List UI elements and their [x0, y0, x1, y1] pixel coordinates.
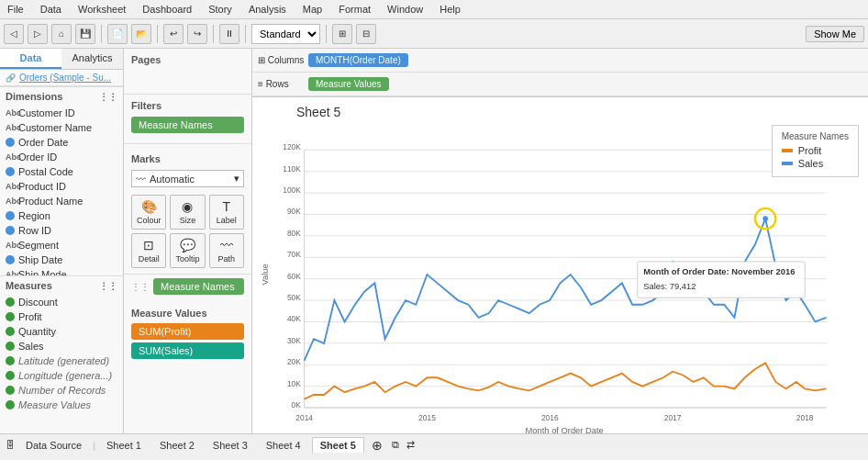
field-latitude[interactable]: Latitude (generated)	[0, 353, 123, 368]
field-measure-values[interactable]: Measure Values	[0, 398, 123, 412]
colour-icon: 🎨	[141, 199, 157, 214]
toolbar-undo[interactable]: ↩	[163, 24, 184, 44]
statusbar-sheet4[interactable]: Sheet 4	[259, 438, 308, 453]
rows-pill[interactable]: Measure Values	[308, 77, 389, 91]
main-container: Data Analytics 🔗 Orders (Sample - Su... …	[0, 49, 868, 433]
svg-text:2016: 2016	[541, 413, 559, 422]
svg-text:2018: 2018	[796, 413, 814, 422]
toolbar-back[interactable]: ◁	[4, 24, 24, 44]
dimensions-list: Abc Customer ID Abc Customer Name Order …	[0, 106, 123, 275]
svg-text:50K: 50K	[287, 293, 301, 302]
menubar: File Data Worksheet Dashboard Story Anal…	[0, 0, 868, 19]
field-product-id[interactable]: Abc Product ID	[0, 179, 123, 194]
field-quantity[interactable]: Quantity	[0, 324, 123, 339]
measures-options[interactable]: ⋮⋮	[99, 281, 117, 291]
field-product-name[interactable]: Abc Product Name	[0, 194, 123, 208]
field-ship-mode[interactable]: Abc Ship Mode	[0, 267, 123, 275]
toolbar: ◁ ▷ ⌂ 💾 📄 📂 ↩ ↪ ⏸ Standard ⊞ ⊟ Show Me	[0, 19, 868, 49]
svg-text:2015: 2015	[418, 413, 436, 422]
menu-format[interactable]: Format	[335, 2, 374, 17]
marks-tooltip-btn[interactable]: 💬 Tooltip	[170, 233, 205, 268]
field-order-id[interactable]: Abc Order ID	[0, 150, 123, 164]
toolbar-separator-1	[101, 25, 102, 43]
menu-help[interactable]: Help	[436, 2, 464, 17]
statusbar-sheet3[interactable]: Sheet 3	[206, 438, 255, 453]
sales-color-swatch	[782, 162, 793, 165]
copy-sheet-btn[interactable]: ⧉	[390, 439, 401, 451]
measure-values-section: Measure Values SUM(Profit) SUM(Sales)	[124, 302, 251, 362]
menu-story[interactable]: Story	[205, 2, 236, 17]
toolbar-separator-4	[245, 25, 246, 43]
statusbar-datasource[interactable]: Data Source	[18, 438, 89, 453]
legend-profit-label: Profit	[798, 145, 822, 156]
chart-legend: Measure Names Profit Sales	[772, 125, 859, 177]
menu-window[interactable]: Window	[384, 2, 427, 17]
field-order-date[interactable]: Order Date	[0, 135, 123, 150]
toolbar-standard-dropdown[interactable]: Standard	[251, 24, 320, 44]
orders-icon: 🔗	[6, 73, 16, 83]
toolbar-pause[interactable]: ⏸	[219, 24, 239, 44]
num-icon	[6, 226, 15, 235]
chart-area: Sheet 5 Value 0K 10K 20K 30K 40K 50K	[252, 97, 868, 433]
menu-analysis[interactable]: Analysis	[245, 2, 290, 17]
dimensions-header: Dimensions ⋮⋮	[0, 86, 123, 106]
columns-pill[interactable]: MONTH(Order Date)	[308, 53, 408, 67]
field-customer-id[interactable]: Abc Customer ID	[0, 106, 123, 120]
field-profit[interactable]: Profit	[0, 309, 123, 324]
svg-text:100K: 100K	[283, 185, 301, 195]
statusbar-sheet5[interactable]: Sheet 5	[312, 437, 364, 453]
field-ship-date[interactable]: Ship Date	[0, 252, 123, 267]
field-discount[interactable]: Discount	[0, 295, 123, 309]
svg-text:0K: 0K	[292, 400, 302, 410]
left-panel: Data Analytics 🔗 Orders (Sample - Su... …	[0, 49, 124, 433]
filter-measure-names[interactable]: Measure Names	[131, 117, 244, 133]
sum-sales-pill[interactable]: SUM(Sales)	[131, 342, 244, 359]
svg-text:60K: 60K	[287, 272, 301, 281]
field-customer-name[interactable]: Abc Customer Name	[0, 120, 123, 135]
field-longitude[interactable]: Longitude (genera...)	[0, 368, 123, 383]
sum-profit-pill[interactable]: SUM(Profit)	[131, 323, 244, 340]
measures-list: Discount Profit Quantity Sales Latitude …	[0, 295, 123, 412]
abc-icon: Abc	[6, 241, 15, 250]
field-sales[interactable]: Sales	[0, 339, 123, 353]
menu-worksheet[interactable]: Worksheet	[74, 2, 129, 17]
y-axis-label: Value	[261, 264, 270, 285]
move-sheet-btn[interactable]: ⇄	[405, 439, 417, 451]
marks-measure-names-pill[interactable]: Measure Names	[153, 278, 244, 295]
marks-type-dropdown[interactable]: 〰 Automatic ▾	[131, 170, 244, 187]
marks-path-btn[interactable]: 〰 Path	[209, 233, 244, 268]
field-num-records[interactable]: Number of Records	[0, 383, 123, 398]
date-icon	[6, 255, 15, 264]
menu-dashboard[interactable]: Dashboard	[139, 2, 195, 17]
statusbar-sheet1[interactable]: Sheet 1	[99, 438, 149, 453]
toolbar-save[interactable]: 💾	[75, 24, 95, 44]
toolbar-redo[interactable]: ↪	[187, 24, 207, 44]
dimensions-options[interactable]: ⋮⋮	[99, 92, 117, 102]
marks-label-btn[interactable]: T Label	[209, 195, 244, 230]
svg-text:2014: 2014	[295, 413, 313, 422]
tab-data[interactable]: Data	[0, 49, 61, 69]
marks-detail-btn[interactable]: ⊡ Detail	[131, 233, 166, 268]
measure-icon	[6, 400, 15, 410]
menu-data[interactable]: Data	[37, 2, 65, 17]
statusbar-sheet2[interactable]: Sheet 2	[152, 438, 202, 453]
toolbar-new[interactable]: 📄	[107, 24, 128, 44]
new-sheet-btn[interactable]: ⊕	[368, 438, 386, 453]
marks-size-btn[interactable]: ◉ Size	[170, 195, 205, 230]
field-row-id[interactable]: Row ID	[0, 223, 123, 238]
marks-colour-btn[interactable]: 🎨 Colour	[131, 195, 166, 230]
data-source-name[interactable]: Orders (Sample - Su...	[19, 73, 111, 83]
show-me-button[interactable]: Show Me	[806, 26, 864, 42]
field-region[interactable]: Region	[0, 208, 123, 223]
toolbar-size[interactable]: ⊟	[356, 24, 376, 44]
measure-icon	[6, 342, 15, 351]
menu-map[interactable]: Map	[299, 2, 326, 17]
toolbar-forward[interactable]: ▷	[28, 24, 48, 44]
field-postal-code[interactable]: Postal Code	[0, 164, 123, 179]
toolbar-home[interactable]: ⌂	[51, 24, 72, 44]
toolbar-open[interactable]: 📂	[131, 24, 151, 44]
toolbar-fit[interactable]: ⊞	[332, 24, 352, 44]
menu-file[interactable]: File	[4, 2, 28, 17]
tab-analytics[interactable]: Analytics	[61, 49, 123, 69]
field-segment[interactable]: Abc Segment	[0, 238, 123, 252]
